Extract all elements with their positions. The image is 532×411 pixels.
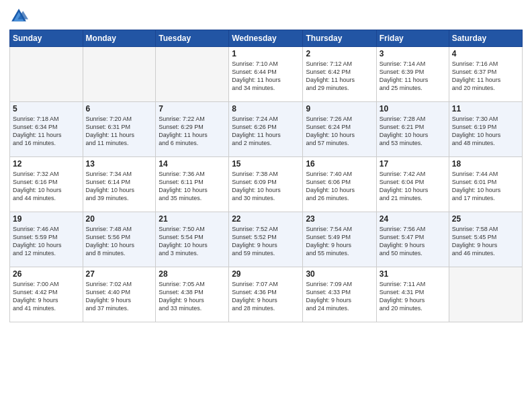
day-info: Sunrise: 7:20 AM Sunset: 6:31 PM Dayligh… xyxy=(86,115,153,148)
day-info: Sunrise: 7:07 AM Sunset: 4:36 PM Dayligh… xyxy=(232,280,300,313)
calendar-cell: 23Sunrise: 7:54 AM Sunset: 5:49 PM Dayli… xyxy=(303,212,376,267)
calendar-cell xyxy=(83,47,156,102)
day-number: 19 xyxy=(13,214,80,224)
calendar-cell: 28Sunrise: 7:05 AM Sunset: 4:38 PM Dayli… xyxy=(156,267,229,322)
calendar-cell: 15Sunrise: 7:38 AM Sunset: 6:09 PM Dayli… xyxy=(229,157,303,212)
calendar-cell: 24Sunrise: 7:56 AM Sunset: 5:47 PM Dayli… xyxy=(376,212,449,267)
calendar-cell: 13Sunrise: 7:34 AM Sunset: 6:14 PM Dayli… xyxy=(83,157,156,212)
calendar-cell: 10Sunrise: 7:28 AM Sunset: 6:21 PM Dayli… xyxy=(376,102,449,157)
calendar-cell: 19Sunrise: 7:46 AM Sunset: 5:59 PM Dayli… xyxy=(10,212,83,267)
day-number: 18 xyxy=(452,159,519,169)
calendar-cell: 16Sunrise: 7:40 AM Sunset: 6:06 PM Dayli… xyxy=(303,157,376,212)
logo-icon xyxy=(9,7,28,26)
day-number: 3 xyxy=(380,49,446,58)
day-number: 1 xyxy=(232,49,300,58)
day-info: Sunrise: 7:24 AM Sunset: 6:26 PM Dayligh… xyxy=(232,115,300,148)
week-row-4: 19Sunrise: 7:46 AM Sunset: 5:59 PM Dayli… xyxy=(10,212,523,267)
day-info: Sunrise: 7:30 AM Sunset: 6:19 PM Dayligh… xyxy=(452,115,519,148)
calendar-cell: 21Sunrise: 7:50 AM Sunset: 5:54 PM Dayli… xyxy=(156,212,229,267)
day-info: Sunrise: 7:02 AM Sunset: 4:40 PM Dayligh… xyxy=(86,280,153,313)
calendar-cell: 27Sunrise: 7:02 AM Sunset: 4:40 PM Dayli… xyxy=(83,267,156,322)
weekday-header-thursday: Thursday xyxy=(303,30,376,47)
day-number: 16 xyxy=(306,159,373,169)
calendar-cell: 29Sunrise: 7:07 AM Sunset: 4:36 PM Dayli… xyxy=(229,267,303,322)
day-number: 12 xyxy=(13,159,80,169)
day-info: Sunrise: 7:34 AM Sunset: 6:14 PM Dayligh… xyxy=(86,170,153,203)
calendar-cell: 20Sunrise: 7:48 AM Sunset: 5:56 PM Dayli… xyxy=(83,212,156,267)
calendar-cell: 12Sunrise: 7:32 AM Sunset: 6:16 PM Dayli… xyxy=(10,157,83,212)
day-number: 22 xyxy=(232,214,300,224)
day-number: 17 xyxy=(380,159,446,169)
day-number: 4 xyxy=(452,49,519,58)
calendar-cell: 17Sunrise: 7:42 AM Sunset: 6:04 PM Dayli… xyxy=(376,157,449,212)
day-info: Sunrise: 7:05 AM Sunset: 4:38 PM Dayligh… xyxy=(159,280,226,313)
day-info: Sunrise: 7:58 AM Sunset: 5:45 PM Dayligh… xyxy=(452,225,519,258)
day-info: Sunrise: 7:00 AM Sunset: 4:42 PM Dayligh… xyxy=(13,280,80,313)
calendar-cell xyxy=(449,267,522,322)
week-row-1: 1Sunrise: 7:10 AM Sunset: 6:44 PM Daylig… xyxy=(10,47,523,102)
day-number: 26 xyxy=(13,269,80,279)
day-number: 20 xyxy=(86,214,153,224)
day-number: 2 xyxy=(306,49,373,58)
day-info: Sunrise: 7:44 AM Sunset: 6:01 PM Dayligh… xyxy=(452,170,519,203)
day-number: 28 xyxy=(159,269,226,279)
day-info: Sunrise: 7:10 AM Sunset: 6:44 PM Dayligh… xyxy=(232,60,300,93)
day-info: Sunrise: 7:26 AM Sunset: 6:24 PM Dayligh… xyxy=(306,115,373,148)
day-info: Sunrise: 7:56 AM Sunset: 5:47 PM Dayligh… xyxy=(380,225,446,258)
day-info: Sunrise: 7:40 AM Sunset: 6:06 PM Dayligh… xyxy=(306,170,373,203)
weekday-header-sunday: Sunday xyxy=(10,30,83,47)
day-info: Sunrise: 7:36 AM Sunset: 6:11 PM Dayligh… xyxy=(159,170,226,203)
day-number: 21 xyxy=(159,214,226,224)
day-number: 13 xyxy=(86,159,153,169)
day-number: 24 xyxy=(380,214,446,224)
weekday-header-friday: Friday xyxy=(376,30,449,47)
week-row-2: 5Sunrise: 7:18 AM Sunset: 6:34 PM Daylig… xyxy=(10,102,523,157)
calendar-cell: 5Sunrise: 7:18 AM Sunset: 6:34 PM Daylig… xyxy=(10,102,83,157)
day-info: Sunrise: 7:22 AM Sunset: 6:29 PM Dayligh… xyxy=(159,115,226,148)
day-info: Sunrise: 7:09 AM Sunset: 4:33 PM Dayligh… xyxy=(306,280,373,313)
calendar-cell: 26Sunrise: 7:00 AM Sunset: 4:42 PM Dayli… xyxy=(10,267,83,322)
day-number: 31 xyxy=(380,269,446,279)
calendar-cell: 30Sunrise: 7:09 AM Sunset: 4:33 PM Dayli… xyxy=(303,267,376,322)
calendar-cell: 4Sunrise: 7:16 AM Sunset: 6:37 PM Daylig… xyxy=(449,47,522,102)
calendar-cell: 3Sunrise: 7:14 AM Sunset: 6:39 PM Daylig… xyxy=(376,47,449,102)
day-number: 14 xyxy=(159,159,226,169)
day-number: 23 xyxy=(306,214,373,224)
week-row-5: 26Sunrise: 7:00 AM Sunset: 4:42 PM Dayli… xyxy=(10,267,523,322)
calendar: SundayMondayTuesdayWednesdayThursdayFrid… xyxy=(9,30,523,322)
weekday-header-tuesday: Tuesday xyxy=(156,30,229,47)
day-number: 7 xyxy=(159,104,226,113)
calendar-cell: 1Sunrise: 7:10 AM Sunset: 6:44 PM Daylig… xyxy=(229,47,303,102)
weekday-header-row: SundayMondayTuesdayWednesdayThursdayFrid… xyxy=(10,30,523,47)
day-number: 11 xyxy=(452,104,519,113)
day-number: 25 xyxy=(452,214,519,224)
day-info: Sunrise: 7:46 AM Sunset: 5:59 PM Dayligh… xyxy=(13,225,80,258)
day-info: Sunrise: 7:32 AM Sunset: 6:16 PM Dayligh… xyxy=(13,170,80,203)
calendar-cell: 31Sunrise: 7:11 AM Sunset: 4:31 PM Dayli… xyxy=(376,267,449,322)
day-number: 5 xyxy=(13,104,80,113)
day-info: Sunrise: 7:38 AM Sunset: 6:09 PM Dayligh… xyxy=(232,170,300,203)
day-info: Sunrise: 7:16 AM Sunset: 6:37 PM Dayligh… xyxy=(452,60,519,93)
calendar-cell: 6Sunrise: 7:20 AM Sunset: 6:31 PM Daylig… xyxy=(83,102,156,157)
calendar-cell: 14Sunrise: 7:36 AM Sunset: 6:11 PM Dayli… xyxy=(156,157,229,212)
day-info: Sunrise: 7:50 AM Sunset: 5:54 PM Dayligh… xyxy=(159,225,226,258)
day-info: Sunrise: 7:52 AM Sunset: 5:52 PM Dayligh… xyxy=(232,225,300,258)
calendar-cell: 9Sunrise: 7:26 AM Sunset: 6:24 PM Daylig… xyxy=(303,102,376,157)
day-info: Sunrise: 7:18 AM Sunset: 6:34 PM Dayligh… xyxy=(13,115,80,148)
day-number: 10 xyxy=(380,104,446,113)
day-number: 8 xyxy=(232,104,300,113)
week-row-3: 12Sunrise: 7:32 AM Sunset: 6:16 PM Dayli… xyxy=(10,157,523,212)
weekday-header-saturday: Saturday xyxy=(449,30,522,47)
calendar-cell: 18Sunrise: 7:44 AM Sunset: 6:01 PM Dayli… xyxy=(449,157,522,212)
header xyxy=(9,7,523,26)
weekday-header-monday: Monday xyxy=(83,30,156,47)
calendar-cell xyxy=(156,47,229,102)
day-info: Sunrise: 7:28 AM Sunset: 6:21 PM Dayligh… xyxy=(380,115,446,148)
calendar-cell: 8Sunrise: 7:24 AM Sunset: 6:26 PM Daylig… xyxy=(229,102,303,157)
day-number: 29 xyxy=(232,269,300,279)
day-number: 6 xyxy=(86,104,153,113)
calendar-cell: 2Sunrise: 7:12 AM Sunset: 6:42 PM Daylig… xyxy=(303,47,376,102)
calendar-cell: 7Sunrise: 7:22 AM Sunset: 6:29 PM Daylig… xyxy=(156,102,229,157)
calendar-cell xyxy=(10,47,83,102)
day-info: Sunrise: 7:48 AM Sunset: 5:56 PM Dayligh… xyxy=(86,225,153,258)
